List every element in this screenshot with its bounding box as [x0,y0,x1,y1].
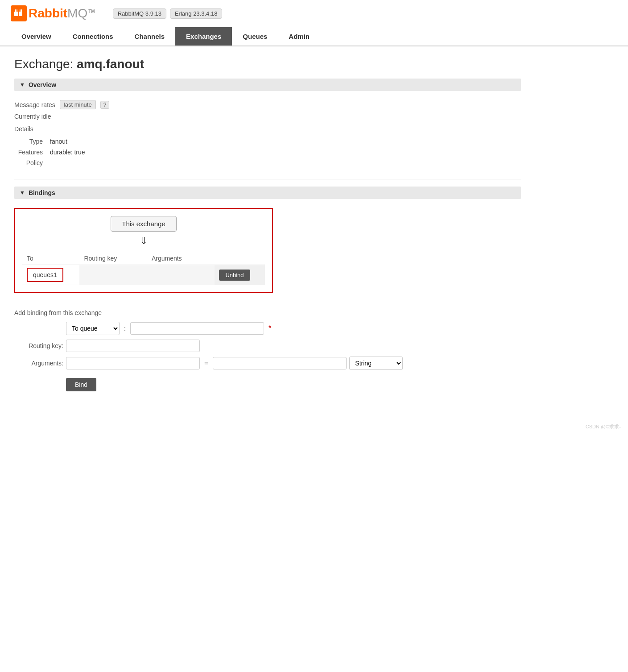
col-arguments: Arguments [147,252,215,265]
equals-sign: = [202,359,210,367]
features-value: durable: true [50,147,89,158]
required-star: * [269,324,271,332]
exchange-box: This exchange [111,216,177,232]
logo-rabbit: Rabbit [29,6,67,20]
type-label: Type [14,136,50,147]
svg-rect-4 [20,9,21,12]
logo-text: RabbitMQTM [29,6,95,21]
type-row: Type fanout [14,136,89,147]
binding-arguments-cell [147,265,215,285]
logo-tm: TM [88,9,95,14]
binding-action-cell: Unbind [215,265,265,285]
nav-item-exchanges[interactable]: Exchanges [175,27,232,46]
to-queue-row: To queue : * [14,322,521,335]
col-to: To [22,252,79,265]
rabbit-icon [13,8,24,19]
title-prefix: Exchange: [14,57,77,71]
bind-button-row: Bind [14,374,521,391]
bind-button[interactable]: Bind [66,378,96,391]
nav-item-queues[interactable]: Queues [232,27,278,46]
col-routing-key: Routing key [79,252,147,265]
main-nav: Overview Connections Channels Exchanges … [0,27,628,46]
arguments-key-input[interactable] [66,357,200,369]
type-value: fanout [50,136,89,147]
overview-section-header[interactable]: ▼ Overview [14,79,521,91]
exchange-name: amq.fanout [77,57,144,71]
main-content: Exchange: amq.fanout ▼ Overview Message … [0,46,535,402]
queue-name: queues1 [33,271,57,278]
routing-key-row: Routing key: [14,340,521,352]
section-divider [14,179,521,179]
svg-rect-5 [21,9,22,12]
nav-item-connections[interactable]: Connections [62,27,124,46]
bindings-arrow-icon: ▼ [20,190,25,196]
bindings-section-header[interactable]: ▼ Bindings [14,187,521,199]
footer: CSDN @©求求- [0,420,628,434]
rabbitmq-logo-icon [11,5,27,21]
overview-section-content: Message rates last minute ? Currently id… [14,96,521,175]
overview-section-title: Overview [29,81,56,88]
arrow-down: ⇓ [22,235,265,247]
policy-value [50,158,89,168]
time-period-badge[interactable]: last minute [60,100,96,109]
arguments-type-select[interactable]: String Boolean Number List [349,357,403,370]
arguments-label: Arguments: [14,360,63,367]
policy-label: Policy [14,158,50,168]
overview-arrow-icon: ▼ [20,82,25,88]
rabbitmq-version-badge: RabbitMQ 3.9.13 [113,8,166,19]
bindings-box: This exchange ⇓ To Routing key Arguments [14,208,273,293]
nav-item-channels[interactable]: Channels [124,27,176,46]
queue-cell: queues1 [27,268,63,282]
features-label: Features [14,147,50,158]
routing-key-input[interactable] [66,340,200,352]
bindings-section-title: Bindings [29,189,55,196]
svg-rect-2 [17,9,17,12]
add-binding-title: Add binding from this exchange [14,309,521,316]
bindings-table: To Routing key Arguments queues1 [22,252,265,285]
policy-row: Policy [14,158,89,168]
col-action [215,252,265,265]
to-queue-select[interactable]: To queue [66,322,120,335]
bindings-section-content: This exchange ⇓ To Routing key Arguments [14,204,521,309]
version-badges: RabbitMQ 3.9.13 Erlang 23.3.4.18 [113,8,223,19]
header: RabbitMQTM RabbitMQ 3.9.13 Erlang 23.3.4… [0,0,628,27]
binding-to-cell: queues1 [22,265,79,285]
idle-status: Currently idle [14,113,521,120]
details-table: Type fanout Features durable: true Polic… [14,136,89,168]
svg-rect-1 [15,9,16,12]
message-rates-label: Message rates [14,101,55,108]
arguments-row: Arguments: = String Boolean Number List [14,357,521,370]
binding-row-0: queues1 Unbind [22,265,265,285]
binding-routing-key-cell [79,265,147,285]
logo-mq: MQ [67,6,87,20]
unbind-button[interactable]: Unbind [219,270,250,281]
bindings-table-header-row: To Routing key Arguments [22,252,265,265]
exchange-node: This exchange [22,216,265,232]
erlang-version-badge: Erlang 23.3.4.18 [170,8,222,19]
features-row: Features durable: true [14,147,89,158]
routing-key-label: Routing key: [14,342,63,349]
logo: RabbitMQTM [11,5,95,21]
page-title: Exchange: amq.fanout [14,57,521,71]
to-queue-input[interactable] [130,322,264,335]
colon-separator: : [124,325,126,332]
details-label: Details [14,125,521,133]
nav-item-admin[interactable]: Admin [278,27,320,46]
question-mark-badge[interactable]: ? [100,101,110,109]
arguments-value-input[interactable] [213,357,347,369]
message-rates-row: Message rates last minute ? [14,100,521,109]
nav-item-overview[interactable]: Overview [11,27,62,46]
footer-watermark: CSDN @©求求- [586,424,621,429]
